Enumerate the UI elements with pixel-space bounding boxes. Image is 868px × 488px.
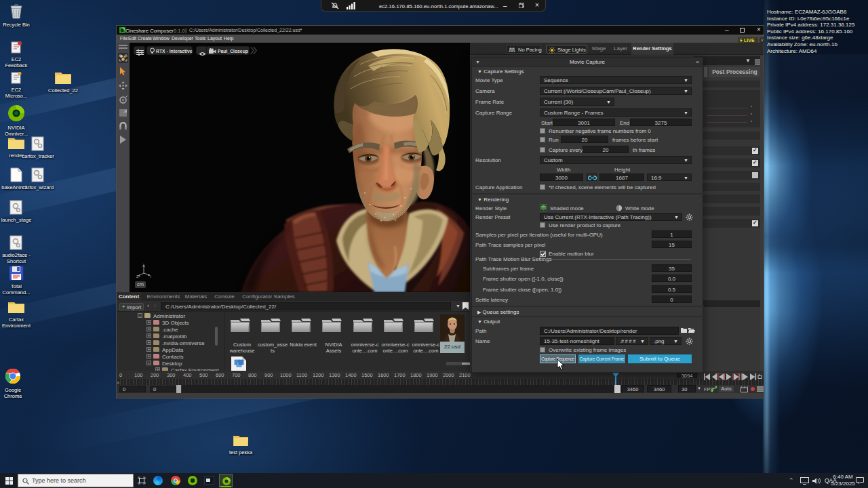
svg-text:X: X: [150, 274, 151, 279]
svg-text:Y: Y: [142, 264, 145, 266]
